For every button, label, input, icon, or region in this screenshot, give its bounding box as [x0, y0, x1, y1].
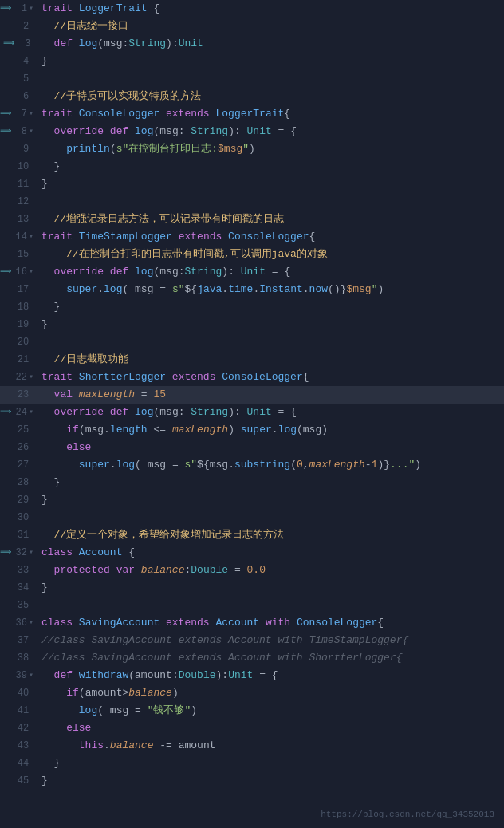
- line-45: 45}: [0, 772, 504, 790]
- code-line-content: trait ConsoleLogger extends LoggerTrait{: [38, 106, 504, 122]
- code-line-content: }: [38, 492, 504, 508]
- code-line-content: println(s"在控制台打印日志:$msg"): [38, 141, 504, 157]
- code-line-content: this.balance -= amount: [38, 738, 504, 754]
- line-4: 4}: [0, 53, 504, 70]
- line-number: 31: [13, 528, 29, 543]
- gutter-12: 12: [0, 195, 38, 210]
- line-7: ⟹7▾trait ConsoleLogger extends LoggerTra…: [0, 105, 504, 123]
- blog-url: https://blog.csdn.net/qq_34352013: [321, 808, 494, 822]
- fold-icon[interactable]: ▾: [29, 108, 33, 120]
- line-number: 10: [13, 160, 29, 175]
- gutter-43: 43: [0, 739, 38, 754]
- fold-icon[interactable]: ▾: [29, 406, 33, 419]
- line-29: 29}: [0, 491, 504, 509]
- line-number: 11: [13, 177, 29, 192]
- line-32: ⟹32▾class Account {: [0, 544, 504, 562]
- line-2: 2 //日志绕一接口: [0, 18, 504, 35]
- line-20: 20: [0, 333, 504, 351]
- gutter-31: 31: [0, 528, 38, 543]
- code-line-content: protected var balance:Double = 0.0: [38, 562, 504, 578]
- code-line-content: if(msg.length <= maxLength) super.log(ms…: [38, 422, 504, 438]
- line-1: ⟹1▾trait LoggerTrait {: [0, 0, 504, 18]
- line-number: 39: [11, 668, 27, 684]
- code-line-content: //在控制台打印的日志带有时间戳,可以调用java的对象: [38, 246, 504, 262]
- line-36: 36▾class SavingAccount extends Account w…: [0, 614, 504, 632]
- line-number: 1: [11, 2, 27, 17]
- code-line-content: override def log(msg: String): Unit = {: [38, 124, 504, 140]
- code-line-content: }: [38, 475, 504, 491]
- line-number: 30: [13, 511, 29, 526]
- gutter-18: 18: [0, 300, 38, 315]
- line-number: 35: [13, 598, 29, 613]
- gutter-39: 39▾: [0, 668, 38, 684]
- line-number: 28: [13, 475, 29, 491]
- code-line-content: val maxLength = 15: [38, 387, 504, 403]
- line-number: 21: [13, 353, 29, 368]
- fold-icon[interactable]: ▾: [29, 546, 33, 559]
- line-number: 6: [13, 89, 29, 104]
- line-40: 40 if(amount>balance): [0, 684, 504, 702]
- fold-icon[interactable]: ▾: [29, 617, 33, 629]
- line-38: 38//class SavingAccount extends Account …: [0, 649, 504, 667]
- line-24: ⟹24▾ override def log(msg: String): Unit…: [0, 404, 504, 421]
- gutter-24: ⟹24▾: [0, 405, 38, 420]
- code-line-content: else: [38, 720, 504, 736]
- line-28: 28 }: [0, 474, 504, 491]
- code-line-content: [38, 510, 504, 526]
- line-number: 7: [11, 107, 27, 122]
- line-number: 19: [13, 317, 29, 333]
- line-number: 36: [11, 616, 27, 631]
- gutter-32: ⟹32▾: [0, 546, 38, 561]
- code-line-content: //增强记录日志方法，可以记录带有时间戳的日志: [38, 211, 504, 227]
- code-line-content: super.log( msg = s"${java.time.Instant.n…: [38, 282, 504, 298]
- fold-icon[interactable]: ▾: [29, 669, 33, 682]
- line-31: 31 //定义一个对象，希望给对象增加记录日志的方法: [0, 526, 504, 544]
- gutter-30: 30: [0, 511, 38, 526]
- line-number: 38: [13, 651, 29, 666]
- line-17: 17 super.log( msg = s"${java.time.Instan…: [0, 281, 504, 298]
- code-line-content: trait ShortterLogger extends ConsoleLogg…: [38, 369, 504, 385]
- line-11: 11}: [0, 175, 504, 193]
- line-number: 23: [13, 388, 29, 403]
- code-line-content: //定义一个对象，希望给对象增加记录日志的方法: [38, 527, 504, 543]
- gutter-6: 6: [0, 89, 38, 104]
- gutter-29: 29: [0, 493, 38, 508]
- fold-icon[interactable]: ▾: [29, 266, 33, 278]
- arrow-icon: ⟹: [0, 125, 11, 138]
- code-line-content: trait TimeStampLogger extends ConsoleLog…: [38, 229, 504, 245]
- arrow-icon: ⟹: [0, 406, 11, 419]
- line-43: 43 this.balance -= amount: [0, 737, 504, 755]
- fold-icon[interactable]: ▾: [29, 125, 33, 138]
- code-line-content: def withdraw(amount:Double):Unit = {: [38, 668, 504, 684]
- line-number: 15: [13, 247, 29, 262]
- line-number: 17: [13, 282, 29, 298]
- gutter-8: ⟹8▾: [0, 124, 38, 140]
- gutter-36: 36▾: [0, 616, 38, 631]
- gutter-5: 5: [0, 72, 38, 87]
- code-line-content: }: [38, 755, 504, 771]
- line-34: 34}: [0, 579, 504, 597]
- code-line-content: //日志绕一接口: [38, 18, 504, 34]
- gutter-17: 17: [0, 282, 38, 298]
- fold-icon[interactable]: ▾: [29, 371, 33, 384]
- line-number: 25: [13, 423, 29, 438]
- line-23: 23 val maxLength = 15: [0, 386, 504, 404]
- line-3: ⟹3 def log(msg:String):Unit: [0, 35, 504, 53]
- line-5: 5: [0, 70, 504, 88]
- gutter-2: 2: [0, 19, 38, 34]
- line-number: 26: [13, 440, 29, 455]
- gutter-26: 26: [0, 440, 38, 455]
- line-8: ⟹8▾ override def log(msg: String): Unit …: [0, 123, 504, 140]
- gutter-27: 27: [0, 458, 38, 473]
- gutter-9: 9: [0, 142, 38, 157]
- fold-icon[interactable]: ▾: [29, 2, 33, 15]
- code-line-content: }: [38, 580, 504, 596]
- fold-icon[interactable]: ▾: [29, 231, 33, 243]
- line-number: 43: [13, 739, 29, 754]
- line-19: 19}: [0, 316, 504, 333]
- line-number: 44: [13, 756, 29, 771]
- line-25: 25 if(msg.length <= maxLength) super.log…: [0, 421, 504, 439]
- line-30: 30: [0, 509, 504, 526]
- gutter-13: 13: [0, 212, 38, 227]
- line-number: 42: [13, 721, 29, 736]
